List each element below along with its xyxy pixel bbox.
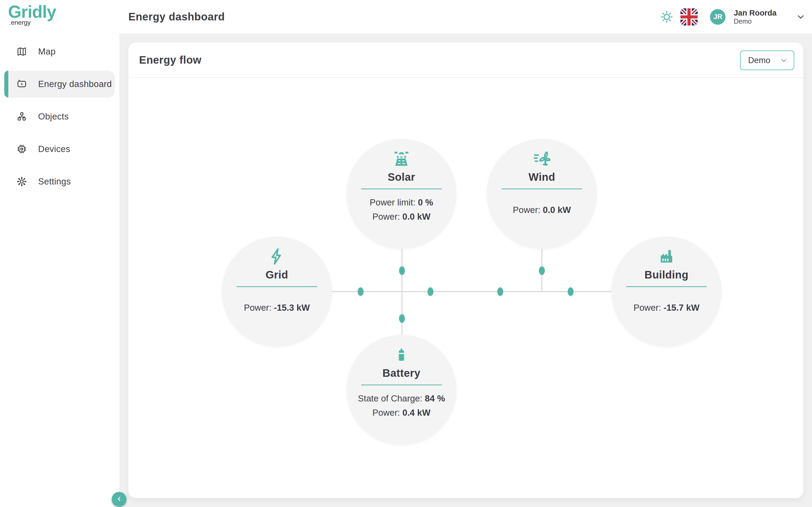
- factory-building-icon: [612, 247, 721, 267]
- node-divider: [237, 286, 317, 287]
- node-title: Solar: [346, 171, 457, 183]
- user-menu-button[interactable]: [795, 11, 806, 22]
- node-wind: Wind Power:0.0 kW: [487, 139, 597, 249]
- sidebar-item-label: Energy dashboard: [38, 79, 112, 89]
- energy-flow-card: Energy flow Demo: [128, 43, 803, 498]
- app-root: Gridly .energy Energy dashboard: [0, 0, 812, 507]
- flow-dot: [399, 266, 405, 275]
- stat-line: Power:0.0 kW: [487, 203, 597, 217]
- uk-flag-icon: [681, 22, 698, 25]
- node-solar: Solar Power limit:0 % Power:0.0 kW: [346, 139, 457, 249]
- energy-dashboard-icon: [16, 78, 27, 90]
- flow-dot: [427, 287, 433, 296]
- flow-dot: [399, 314, 405, 323]
- gridly-logo[interactable]: Gridly .energy: [8, 3, 56, 26]
- node-stats: Power:0.0 kW: [487, 203, 597, 217]
- devices-chip-icon: [16, 144, 27, 155]
- main-content: Energy flow Demo: [120, 34, 812, 507]
- sun-icon: [660, 19, 673, 24]
- node-stats: State of Charge:84 % Power:0.4 kW: [346, 391, 457, 420]
- node-title: Building: [612, 269, 721, 281]
- objects-icon: [16, 111, 27, 122]
- wind-turbine-icon: [487, 150, 597, 169]
- node-title: Battery: [346, 367, 457, 379]
- solar-panel-icon: [346, 150, 457, 169]
- language-selector-uk-flag[interactable]: [681, 8, 698, 25]
- node-divider: [626, 286, 707, 287]
- stat-line: Power:-15.3 kW: [222, 300, 332, 315]
- flow-dot: [497, 287, 503, 296]
- sidebar-item-label: Map: [38, 47, 56, 57]
- map-icon: [16, 46, 27, 57]
- logo-text: Gridly: [8, 3, 56, 21]
- node-battery: Battery State of Charge:84 % Power:0.4 k…: [346, 335, 457, 445]
- node-stats: Power:-15.7 kW: [612, 300, 721, 315]
- stat-line: Power:0.4 kW: [346, 405, 457, 420]
- node-title: Wind: [487, 171, 597, 183]
- stat-line: Power:0.0 kW: [346, 210, 457, 224]
- node-title: Grid: [222, 269, 332, 281]
- theme-toggle-button[interactable]: [660, 11, 673, 23]
- energy-flow-diagram: Solar Power limit:0 % Power:0.0 kW: [128, 43, 803, 498]
- stat-line: Power limit:0 %: [346, 195, 457, 210]
- settings-gear-icon: [16, 176, 27, 187]
- sidebar-item-settings[interactable]: Settings: [4, 168, 115, 195]
- flow-dot: [358, 287, 363, 296]
- chevron-down-icon: [795, 18, 806, 23]
- user-name: Jan Roorda: [734, 8, 776, 17]
- flow-dot: [568, 287, 574, 296]
- flow-dot: [539, 266, 545, 275]
- sidebar-item-label: Devices: [38, 144, 70, 154]
- node-stats: Power:-15.3 kW: [222, 300, 332, 315]
- sidebar-collapse-button[interactable]: [112, 492, 126, 507]
- sidebar-item-label: Settings: [38, 176, 71, 187]
- sidebar-item-objects[interactable]: Objects: [4, 103, 115, 130]
- header-right-cluster: JR Jan Roorda Demo: [660, 0, 806, 34]
- node-divider: [361, 385, 442, 385]
- sidebar-nav: Map Energy dashboard: [4, 38, 115, 201]
- user-avatar[interactable]: JR: [710, 9, 726, 25]
- page-title: Energy dashboard: [128, 0, 225, 34]
- node-grid: Grid Power:-15.3 kW: [222, 237, 332, 347]
- user-role: Demo: [734, 17, 776, 25]
- stat-line: Power:-15.7 kW: [612, 300, 721, 315]
- stat-line: State of Charge:84 %: [346, 391, 457, 405]
- sidebar-item-map[interactable]: Map: [4, 38, 115, 65]
- sidebar-item-devices[interactable]: Devices: [4, 135, 115, 163]
- sidebar-item-label: Objects: [38, 111, 69, 122]
- node-stats: Power limit:0 % Power:0.0 kW: [346, 195, 457, 224]
- node-divider: [502, 188, 582, 189]
- node-building: Building Power:-15.7 kW: [612, 237, 721, 347]
- chevron-left-icon: [115, 495, 123, 504]
- user-menu[interactable]: Jan Roorda Demo: [734, 8, 776, 25]
- top-header: Gridly .energy Energy dashboard: [0, 0, 812, 34]
- lightning-bolt-icon: [222, 247, 332, 267]
- sidebar-item-energy-dashboard[interactable]: Energy dashboard: [4, 71, 115, 98]
- node-divider: [361, 188, 442, 189]
- battery-icon: [346, 346, 457, 365]
- sidebar: Map Energy dashboard: [0, 34, 120, 507]
